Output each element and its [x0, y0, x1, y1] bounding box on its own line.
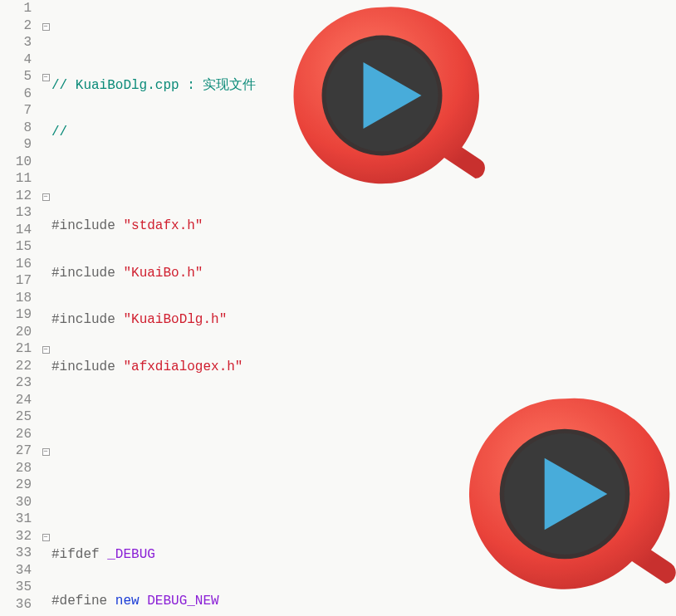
fold-cell: [40, 0, 51, 17]
keyword: new: [115, 594, 140, 609]
code-area[interactable]: // KuaiBoDlg.cpp : 实现文件 // #include "std…: [51, 0, 676, 616]
string-literal: "stdafx.h": [123, 218, 203, 233]
fold-cell: [40, 408, 51, 426]
fold-cell: [40, 324, 51, 341]
line-number: 14: [0, 222, 32, 239]
fold-cell: [40, 51, 51, 69]
line-number: 11: [0, 170, 32, 188]
string-literal: "KuaiBo.h": [123, 266, 203, 281]
fold-cell: [40, 256, 51, 273]
fold-cell[interactable]: −: [40, 340, 51, 358]
line-number: 33: [0, 545, 32, 562]
code-comment: // KuaiBoDlg.cpp : 实现文件: [51, 78, 256, 93]
fold-cell: [40, 222, 51, 239]
line-number: 36: [0, 596, 32, 614]
fold-cell[interactable]: −: [40, 442, 51, 460]
fold-cell: [40, 34, 51, 51]
fold-toggle-icon[interactable]: −: [42, 193, 50, 201]
fold-cell: [40, 545, 51, 562]
fold-cell: [40, 596, 51, 614]
line-number: 6: [0, 86, 32, 103]
line-number: 28: [0, 460, 32, 477]
fold-cell: [40, 494, 51, 511]
fold-cell: [40, 86, 51, 103]
line-number: 25: [0, 408, 32, 426]
fold-toggle-icon[interactable]: −: [42, 346, 50, 354]
fold-cell: [40, 460, 51, 477]
line-number: 15: [0, 238, 32, 256]
line-number: 32: [0, 528, 32, 545]
fold-cell[interactable]: −: [40, 68, 51, 86]
line-number: 29: [0, 477, 32, 494]
fold-cell: [40, 290, 51, 307]
macro: _DEBUG: [107, 547, 155, 562]
fold-cell: [40, 374, 51, 392]
line-number: 17: [0, 272, 32, 290]
fold-cell: [40, 204, 51, 222]
line-number: 34: [0, 562, 32, 579]
line-number: 8: [0, 120, 32, 137]
preproc: #include: [51, 266, 123, 281]
line-number: 20: [0, 324, 32, 341]
fold-cell[interactable]: −: [40, 188, 51, 205]
line-number: 13: [0, 204, 32, 222]
line-number: 30: [0, 494, 32, 511]
line-number: 10: [0, 154, 32, 171]
fold-toggle-icon[interactable]: −: [42, 534, 50, 541]
fold-cell: [40, 102, 51, 120]
line-number: 35: [0, 579, 32, 596]
line-number: 22: [0, 358, 32, 375]
line-number: 3: [0, 34, 32, 51]
fold-cell[interactable]: −: [40, 17, 51, 35]
line-number: 31: [0, 511, 32, 528]
line-number: 21: [0, 340, 32, 358]
fold-cell: [40, 477, 51, 494]
fold-toggle-icon[interactable]: −: [42, 74, 50, 81]
line-number: 19: [0, 306, 32, 324]
fold-cell: [40, 272, 51, 290]
line-number: 12: [0, 188, 32, 205]
line-number-gutter: 1234567891011121314151617181920212223242…: [0, 0, 40, 616]
code-editor[interactable]: 1234567891011121314151617181920212223242…: [0, 0, 676, 616]
line-number: 2: [0, 17, 32, 35]
line-number: 16: [0, 256, 32, 273]
fold-cell: [40, 136, 51, 154]
fold-cell: [40, 562, 51, 579]
line-number: 24: [0, 392, 32, 409]
preproc: #define: [51, 594, 115, 609]
fold-toggle-icon[interactable]: −: [42, 448, 50, 456]
line-number: 27: [0, 442, 32, 460]
line-number: 4: [0, 51, 32, 69]
fold-cell: [40, 170, 51, 188]
preproc: #include: [51, 359, 123, 374]
macro: DEBUG_NEW: [147, 594, 218, 609]
preproc: #include: [51, 312, 123, 327]
line-number: 9: [0, 136, 32, 154]
code-comment: //: [51, 125, 67, 139]
string-literal: "KuaiBoDlg.h": [123, 312, 227, 327]
line-number: 1: [0, 0, 32, 17]
fold-cell: [40, 511, 51, 528]
fold-cell: [40, 120, 51, 137]
preproc: #ifdef: [51, 547, 107, 562]
line-number: 23: [0, 374, 32, 392]
fold-cell: [40, 426, 51, 443]
fold-cell: [40, 306, 51, 324]
fold-cell: [40, 238, 51, 256]
line-number: 5: [0, 68, 32, 86]
fold-cell[interactable]: −: [40, 528, 51, 545]
fold-cell: [40, 358, 51, 375]
fold-cell: [40, 392, 51, 409]
line-number: 7: [0, 102, 32, 120]
fold-column[interactable]: −−−−−−: [40, 0, 51, 616]
fold-cell: [40, 579, 51, 596]
string-literal: "afxdialogex.h": [123, 359, 242, 374]
fold-toggle-icon[interactable]: −: [42, 23, 50, 31]
line-number: 26: [0, 426, 32, 443]
line-number: 18: [0, 290, 32, 307]
fold-cell: [40, 154, 51, 171]
preproc: #include: [51, 218, 123, 233]
